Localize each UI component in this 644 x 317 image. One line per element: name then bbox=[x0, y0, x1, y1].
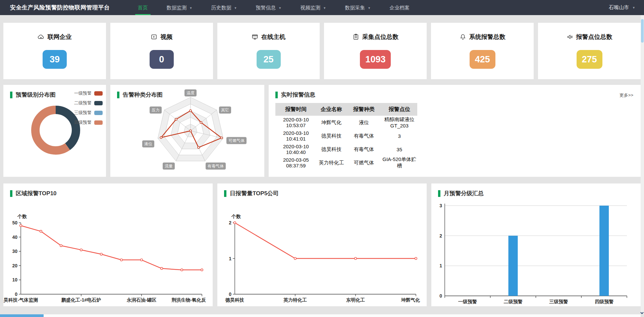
panel-title: 预警级别分布图 bbox=[16, 91, 56, 99]
svg-text:坤辉气化: 坤辉气化 bbox=[401, 297, 420, 303]
table-row[interactable]: 2020-03-10 10:53:07坤辉气化液位精醇南罐液位GT_203 bbox=[275, 116, 417, 129]
chevron-down-icon: ▼ bbox=[278, 1, 281, 16]
stat-card-collect-points-total: 采集点位总数 1093 bbox=[324, 23, 427, 79]
horizontal-scrollbar-thumb[interactable] bbox=[0, 314, 44, 317]
nav-item-data-collect[interactable]: 数据采集▼ bbox=[339, 0, 376, 15]
svg-text:0: 0 bbox=[229, 292, 231, 297]
stat-value: 275 bbox=[577, 50, 602, 69]
nav-menu: 首页 数据监测▼ 历史数据▼ 预警信息▼ 视频监测▼ 数据采集▼ 企业档案 bbox=[128, 0, 419, 15]
legend-item[interactable]: 二级预警 bbox=[74, 100, 103, 106]
stat-cards-row: 联网企业 39 视频 0 在线主机 25 采集点位总数 1093 系统报警总数 … bbox=[3, 23, 641, 79]
stat-label: 在线主机 bbox=[261, 33, 285, 41]
title-accent-bar bbox=[438, 190, 440, 197]
scroll-corner-arrow-icon[interactable] bbox=[640, 311, 644, 315]
region-selector[interactable]: 石嘴山市▼ bbox=[609, 4, 635, 11]
radar-axis-label: 可燃气体 bbox=[226, 137, 247, 144]
svg-text:个数: 个数 bbox=[231, 214, 241, 219]
stat-value: 25 bbox=[257, 50, 281, 69]
stat-label: 报警点位总数 bbox=[576, 33, 612, 41]
nav-item-enterprise-archive[interactable]: 企业档案 bbox=[384, 0, 415, 15]
navbar: 安全生产风险预警防控物联网管理平台 首页 数据监测▼ 历史数据▼ 预警信息▼ 视… bbox=[0, 0, 644, 15]
radar-axis-label: 温度 bbox=[184, 90, 197, 97]
table-row[interactable]: 2020-03-10 10:41:01德昊科技有毒气体3 bbox=[275, 129, 417, 143]
stat-card-system-alarms-total: 系统报警总数 425 bbox=[431, 23, 534, 79]
more-link[interactable]: 更多>> bbox=[620, 92, 633, 98]
radar-axis-label: 其它 bbox=[219, 107, 231, 114]
panel-title: 日报警量TOP5公司 bbox=[230, 190, 279, 197]
svg-text:0: 0 bbox=[439, 293, 442, 299]
svg-text:20: 20 bbox=[12, 263, 17, 268]
stat-card-online-hosts: 在线主机 25 bbox=[217, 23, 320, 79]
svg-text:昊科技-气体监测: 昊科技-气体监测 bbox=[3, 297, 38, 303]
svg-text:德昊科技: 德昊科技 bbox=[225, 297, 244, 303]
svg-text:10: 10 bbox=[12, 277, 17, 282]
legend-item[interactable]: 一级预警 bbox=[74, 90, 103, 96]
svg-text:三级预警: 三级预警 bbox=[549, 299, 568, 304]
table-row[interactable]: 2020-03-10 10:40:40德昊科技有毒气体35 bbox=[275, 143, 417, 156]
stat-label: 联网企业 bbox=[47, 33, 71, 41]
column-header-alarm-time: 报警时间 bbox=[275, 103, 317, 116]
stat-value: 39 bbox=[43, 50, 67, 69]
svg-text:个数: 个数 bbox=[17, 214, 27, 219]
bell-icon bbox=[460, 34, 466, 40]
radar-axis-label: 流量 bbox=[163, 163, 175, 170]
bottom-row: 区域报警TOP10 01020304050个数昊科技-气体监测鹏盛化工-1#电石… bbox=[3, 183, 641, 306]
legend-item[interactable]: 三级预警 bbox=[74, 110, 103, 116]
svg-text:鹏盛化工-1#电石炉: 鹏盛化工-1#电石炉 bbox=[61, 297, 101, 303]
legend-swatch bbox=[94, 101, 103, 105]
donut-legend: 一级预警 二级预警 三级预警 四级预警 bbox=[74, 90, 103, 129]
app-title: 安全生产风险预警防控物联网管理平台 bbox=[10, 4, 110, 11]
radar-axis-label: 液位 bbox=[142, 141, 154, 148]
svg-text:1: 1 bbox=[229, 256, 231, 261]
svg-text:英力特化工: 英力特化工 bbox=[283, 297, 307, 303]
middle-row: 预警级别分布图 一级预警 二级预警 三级预警 四级预警 告警种类分布图 温度 其… bbox=[3, 85, 641, 177]
column-header-alarm-type: 报警种类 bbox=[346, 103, 382, 116]
title-accent-bar bbox=[117, 92, 119, 98]
nav-item-home[interactable]: 首页 bbox=[132, 0, 153, 15]
svg-text:二级预警: 二级预警 bbox=[504, 299, 523, 304]
legend-item[interactable]: 四级预警 bbox=[74, 119, 103, 125]
stat-label: 系统报警总数 bbox=[469, 33, 505, 41]
monthly-warning-summary-chart: 0123一级预警二级预警三级预警四级预警 bbox=[431, 183, 639, 306]
panel-title: 实时报警信息 bbox=[281, 91, 315, 99]
clipboard-icon bbox=[353, 34, 359, 40]
svg-text:2: 2 bbox=[229, 220, 231, 225]
panel-title: 月预警分级汇总 bbox=[444, 190, 484, 197]
stat-label: 视频 bbox=[160, 33, 172, 41]
table-header-row: 报警时间 企业名称 报警种类 报警点位 bbox=[275, 103, 417, 116]
stat-value: 425 bbox=[470, 50, 495, 69]
nav-item-data-monitor[interactable]: 数据监测▼ bbox=[161, 0, 198, 15]
realtime-alarm-table: 报警时间 企业名称 报警种类 报警点位 2020-03-10 10:53:07坤… bbox=[275, 103, 417, 169]
legend-swatch bbox=[94, 91, 103, 96]
nav-item-video-monitor[interactable]: 视频监测▼ bbox=[295, 0, 331, 15]
stat-card-alarm-points-total: 报警点位总数 275 bbox=[538, 23, 641, 79]
column-header-enterprise-name: 企业名称 bbox=[317, 103, 346, 116]
svg-text:50: 50 bbox=[12, 220, 17, 225]
title-accent-bar bbox=[10, 190, 12, 197]
title-accent-bar bbox=[275, 92, 278, 98]
svg-text:永润石油-罐区: 永润石油-罐区 bbox=[126, 297, 157, 303]
stat-card-connected-enterprises: 联网企业 39 bbox=[3, 23, 106, 79]
svg-text:1: 1 bbox=[439, 263, 442, 268]
stat-value: 1093 bbox=[360, 50, 391, 69]
region-alarm-top10-chart: 01020304050个数昊科技-气体监测鹏盛化工-1#电石炉永润石油-罐区荆洪… bbox=[3, 183, 211, 306]
horizontal-scrollbar[interactable] bbox=[0, 314, 641, 317]
stat-value: 0 bbox=[150, 50, 174, 69]
stat-label: 采集点位总数 bbox=[362, 33, 398, 41]
chevron-down-icon: ▼ bbox=[632, 6, 635, 9]
vertical-scrollbar[interactable] bbox=[641, 15, 644, 314]
realtime-alarm-panel: 实时报警信息 更多>> 报警时间 企业名称 报警种类 报警点位 2020-03-… bbox=[269, 85, 641, 177]
warning-level-donut-panel: 预警级别分布图 一级预警 二级预警 三级预警 四级预警 bbox=[3, 85, 106, 177]
svg-text:40: 40 bbox=[12, 234, 17, 240]
column-header-alarm-point: 报警点位 bbox=[382, 103, 417, 116]
title-accent-bar bbox=[224, 190, 226, 197]
svg-text:2: 2 bbox=[439, 233, 442, 239]
panel-title: 告警种类分布图 bbox=[123, 91, 163, 99]
nav-item-history-data[interactable]: 历史数据▼ bbox=[206, 0, 242, 15]
chevron-down-icon: ▼ bbox=[368, 1, 371, 16]
nav-item-warning-info[interactable]: 预警信息▼ bbox=[250, 0, 287, 15]
daily-alarm-top5-panel: 日报警量TOP5公司 012个数德昊科技英力特化工东明化工坤辉气化 bbox=[217, 183, 427, 306]
table-row[interactable]: 2020-03-05 08:37:59英力特化工可燃气体GIA-520单体贮槽 bbox=[275, 156, 417, 169]
vertical-scrollbar-thumb[interactable] bbox=[641, 19, 644, 43]
svg-text:30: 30 bbox=[12, 249, 17, 254]
